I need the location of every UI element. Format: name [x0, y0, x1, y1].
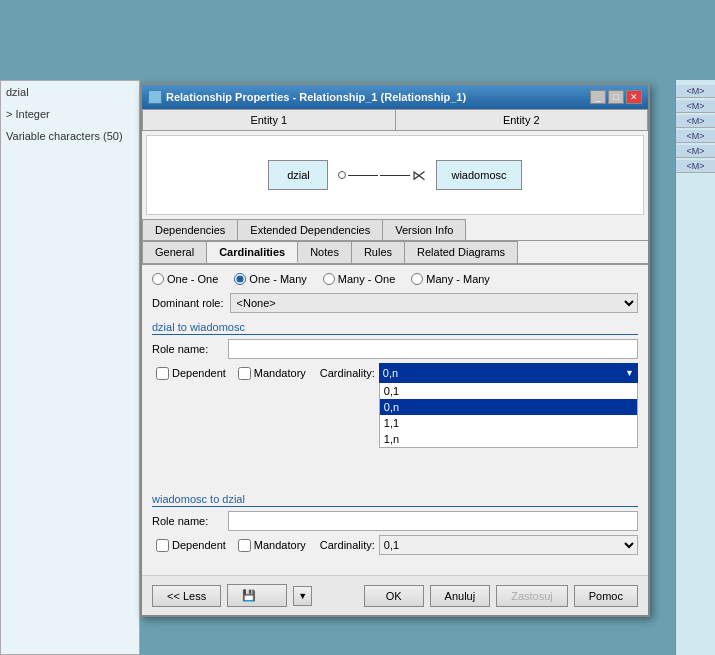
entity-box-wiadomosc: wiadomosc: [436, 160, 521, 190]
section2: wiadomosc to dzial Role name: Dependent …: [152, 493, 638, 555]
section1-option-01[interactable]: 0,1: [380, 383, 637, 399]
section1-dropdown-value: 0,n: [383, 367, 398, 379]
less-button[interactable]: << Less: [152, 585, 221, 607]
section1-cardinality-dropdown[interactable]: 0,n ▼ 0,1 0,n 1,1 1,n: [379, 363, 638, 383]
relation-line: ⋉: [338, 167, 426, 183]
section2-mandatory-label[interactable]: Mandatory: [238, 539, 306, 552]
radio-many-one[interactable]: Many - One: [323, 273, 395, 285]
section1-mandatory-label[interactable]: Mandatory: [238, 367, 306, 380]
cardinality-radio-group: One - One One - Many Many - One Many - M…: [152, 273, 638, 285]
left-panel-item1: dzial: [1, 81, 139, 103]
section2-role-input[interactable]: [228, 511, 638, 531]
section1: dzial to wiadomosc Role name: Dependent …: [152, 321, 638, 383]
section1-dependent-checkbox[interactable]: [156, 367, 169, 380]
line-left: [348, 175, 378, 176]
section1-option-0n[interactable]: 0,n: [380, 399, 637, 415]
tab-related-diagrams[interactable]: Related Diagrams: [405, 241, 518, 263]
radio-many-many-input[interactable]: [411, 273, 423, 285]
radio-one-one-input[interactable]: [152, 273, 164, 285]
entity-box-dzial: dzial: [268, 160, 328, 190]
diagram-inner: dzial ⋉ wiadomosc: [268, 160, 521, 190]
right-panel-item1: <M>: [676, 85, 715, 98]
right-panel-item3: <M>: [676, 115, 715, 128]
tab-cardinalities[interactable]: Cardinalities: [207, 241, 298, 263]
tab-entity1[interactable]: Entity 1: [142, 109, 395, 130]
tab-general[interactable]: General: [142, 241, 207, 263]
section1-mandatory-checkbox[interactable]: [238, 367, 251, 380]
tab-row-2: General Cardinalities Notes Rules Relate…: [142, 241, 648, 265]
cancel-button[interactable]: Anuluj: [430, 585, 491, 607]
right-panel-item4: <M>: [676, 130, 715, 143]
section2-mandatory-text: Mandatory: [254, 539, 306, 551]
right-panel-item5: <M>: [676, 145, 715, 158]
section1-checkbox-row: Dependent Mandatory Cardinality: 0,n ▼ 0…: [152, 363, 638, 383]
radio-many-one-input[interactable]: [323, 273, 335, 285]
entity-tabs: Entity 1 Entity 2: [142, 109, 648, 131]
section2-header: wiadomosc to dzial: [152, 493, 638, 507]
section1-role-row: Role name:: [152, 339, 638, 359]
section1-dropdown-selected[interactable]: 0,n ▼: [379, 363, 638, 383]
radio-one-many-input[interactable]: [234, 273, 246, 285]
section2-cardinality-select[interactable]: 0,1: [379, 535, 638, 555]
section2-cardinality-label: Cardinality:: [320, 539, 375, 551]
button-bar: << Less 💾 ▼ OK Anuluj Zastosuj Pomoc: [142, 575, 648, 615]
section2-mandatory-checkbox[interactable]: [238, 539, 251, 552]
save-button[interactable]: 💾: [227, 584, 287, 607]
left-panel-item3: Variable characters (50): [1, 125, 139, 147]
tab-entity2[interactable]: Entity 2: [395, 109, 649, 130]
section1-dropdown-list: 0,1 0,n 1,1 1,n: [379, 383, 638, 448]
save-icon: 💾: [242, 589, 256, 602]
radio-many-many-label: Many - Many: [426, 273, 490, 285]
section2-dependent-checkbox[interactable]: [156, 539, 169, 552]
section2-role-row: Role name:: [152, 511, 638, 531]
section1-dependent-text: Dependent: [172, 367, 226, 379]
section1-mandatory-text: Mandatory: [254, 367, 306, 379]
radio-one-one[interactable]: One - One: [152, 273, 218, 285]
section1-dropdown-arrow: ▼: [625, 368, 634, 378]
diagram-area: dzial ⋉ wiadomosc: [146, 135, 644, 215]
section1-dependent-label[interactable]: Dependent: [156, 367, 226, 380]
right-panel-item6: <M>: [676, 160, 715, 173]
tab-rules[interactable]: Rules: [352, 241, 405, 263]
section2-dependent-label[interactable]: Dependent: [156, 539, 226, 552]
section1-role-input[interactable]: [228, 339, 638, 359]
title-bar: Relationship Properties - Relationship_1…: [142, 85, 648, 109]
section1-option-1n[interactable]: 1,n: [380, 431, 637, 447]
relationship-properties-dialog: Relationship Properties - Relationship_1…: [140, 83, 650, 617]
section1-option-11[interactable]: 1,1: [380, 415, 637, 431]
dialog-icon: [148, 90, 162, 104]
dominant-role-label: Dominant role:: [152, 297, 224, 309]
ok-button[interactable]: OK: [364, 585, 424, 607]
tab-notes[interactable]: Notes: [298, 241, 352, 263]
section1-cardinality-label: Cardinality:: [320, 367, 375, 379]
crow-foot-icon: ⋉: [412, 167, 426, 183]
dominant-role-select[interactable]: <None>: [230, 293, 638, 313]
section2-checkbox-row: Dependent Mandatory Cardinality: 0,1: [152, 535, 638, 555]
right-panel-item2: <M>: [676, 100, 715, 113]
radio-many-one-label: Many - One: [338, 273, 395, 285]
section2-role-label: Role name:: [152, 515, 222, 527]
left-panel: dzial > Integer Variable characters (50): [0, 80, 140, 655]
tab-row-1: Dependencies Extended Dependencies Versi…: [142, 219, 648, 241]
section1-header: dzial to wiadomosc: [152, 321, 638, 335]
right-panel: <M> <M> <M> <M> <M> <M>: [675, 80, 715, 655]
radio-one-many[interactable]: One - Many: [234, 273, 306, 285]
title-controls[interactable]: _ □ ✕: [590, 90, 642, 104]
radio-one-one-label: One - One: [167, 273, 218, 285]
minimize-button[interactable]: _: [590, 90, 606, 104]
line-right: [380, 175, 410, 176]
tab-version-info[interactable]: Version Info: [383, 219, 466, 240]
section2-dependent-text: Dependent: [172, 539, 226, 551]
section1-role-label: Role name:: [152, 343, 222, 355]
maximize-button[interactable]: □: [608, 90, 624, 104]
radio-many-many[interactable]: Many - Many: [411, 273, 490, 285]
apply-button[interactable]: Zastosuj: [496, 585, 568, 607]
save-dropdown-button[interactable]: ▼: [293, 586, 312, 606]
close-button[interactable]: ✕: [626, 90, 642, 104]
dominant-role-row: Dominant role: <None>: [152, 293, 638, 313]
tab-extended-dependencies[interactable]: Extended Dependencies: [238, 219, 383, 240]
tab-dependencies[interactable]: Dependencies: [142, 219, 238, 240]
radio-one-many-label: One - Many: [249, 273, 306, 285]
left-panel-item2: > Integer: [1, 103, 139, 125]
help-button[interactable]: Pomoc: [574, 585, 638, 607]
